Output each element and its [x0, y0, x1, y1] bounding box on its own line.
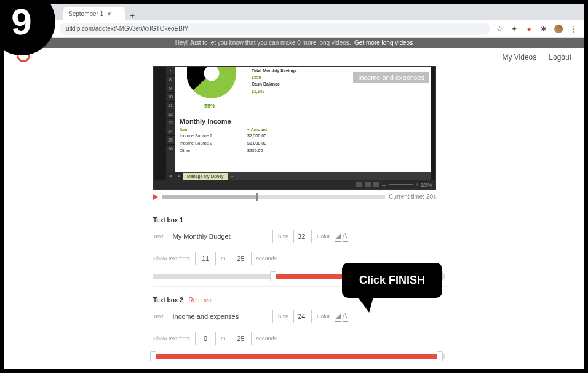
record-icon[interactable]: ● — [525, 25, 533, 33]
instruction-callout: Click FINISH — [342, 263, 442, 298]
address-bar: utklip.com/addtext/-MGv3etWxIGTOkeoEBfY … — [4, 20, 584, 38]
sheet-tab: Manage My Money — [183, 173, 228, 180]
size-input[interactable] — [293, 230, 312, 243]
to-label: to — [221, 335, 226, 342]
fill-color-icon: ◢ — [335, 231, 341, 242]
logout-link[interactable]: Logout — [549, 53, 571, 62]
to-input[interactable] — [231, 252, 252, 265]
text-label: Text — [153, 233, 164, 239]
video-controls: — + 125% — [154, 180, 435, 189]
new-tab-button[interactable]: + — [125, 10, 140, 20]
tab-title: September 1 — [68, 10, 103, 17]
extension-icon[interactable]: ✦ — [510, 25, 518, 33]
to-input[interactable] — [231, 332, 252, 345]
my-videos-link[interactable]: My Videos — [502, 53, 536, 62]
spreadsheet-row-numbers: 7 8 9 10 11 12 13 14 15 16 — [166, 67, 175, 172]
size-input[interactable] — [293, 310, 312, 323]
pie-chart — [187, 66, 236, 98]
table-row: Income Source 1$2,500.00 — [180, 132, 426, 140]
add-textbox-link[interactable]: + Add text box — [153, 366, 448, 369]
timeline-handle[interactable] — [256, 193, 258, 201]
star-icon[interactable]: ☆ — [495, 25, 504, 33]
fill-color-icon: ◢ — [335, 311, 341, 322]
text-label: Text — [153, 313, 164, 319]
table-row: Income Source 2$1,000.00 — [180, 140, 426, 147]
to-label: to — [221, 255, 226, 262]
timeline-track[interactable] — [162, 195, 385, 199]
color-label: Color — [317, 313, 330, 319]
size-label: Size — [278, 233, 289, 239]
puzzle-icon[interactable]: ✱ — [539, 25, 548, 33]
avatar[interactable] — [554, 25, 563, 33]
remove-link[interactable]: Remove — [189, 297, 212, 303]
show-from-label: Show text from — [153, 255, 190, 262]
table-header: Item ▾ Amount — [180, 127, 426, 132]
from-input[interactable] — [195, 332, 216, 345]
textbox-section-2: Text box 2 Remove Text Size Color ◢A Sho… — [153, 294, 448, 369]
text-color-icon: A — [343, 231, 348, 242]
seconds-label: seconds. — [256, 335, 279, 342]
current-time: Current time: 20s — [389, 193, 436, 200]
color-label: Color — [317, 233, 330, 239]
textbox-title: Text box 1 — [153, 217, 448, 223]
seconds-label: seconds. — [256, 255, 279, 262]
app-header: My Videos Logout — [4, 48, 584, 66]
close-icon[interactable]: × — [107, 10, 111, 17]
browser-tab[interactable]: September 1 × — [63, 7, 125, 20]
show-from-label: Show text from — [153, 335, 190, 342]
size-label: Size — [278, 313, 289, 319]
from-input[interactable] — [195, 252, 216, 265]
watermark: outklip — [378, 153, 417, 164]
text-input[interactable] — [169, 310, 273, 323]
pie-label: 55% — [204, 103, 215, 109]
timeline[interactable]: Current time: 20s — [153, 190, 436, 204]
notification-banner: Hey! Just to let you know that you can m… — [4, 38, 584, 48]
video-text-overlay: Income and expenses — [353, 72, 429, 83]
range-handle-start[interactable] — [150, 351, 156, 361]
menu-icon[interactable]: ⋮ — [569, 25, 578, 33]
income-heading: Monthly Income — [180, 118, 426, 125]
browser-tabs: September 1 × + — [4, 4, 584, 20]
plus-icon: + — [153, 366, 158, 369]
url-input[interactable]: utklip.com/addtext/-MGv3etWxIGTOkeoEBfY — [60, 23, 490, 35]
range-handle-end[interactable] — [437, 351, 443, 361]
color-picker[interactable]: ◢A — [335, 311, 348, 322]
play-icon[interactable] — [153, 194, 158, 200]
range-slider[interactable] — [153, 354, 445, 359]
video-preview: 7 8 9 10 11 12 13 14 15 16 — [153, 66, 436, 190]
range-handle-start[interactable] — [270, 271, 276, 281]
text-input[interactable] — [169, 230, 273, 243]
text-color-icon: A — [343, 311, 348, 322]
summary-panel: Total Monthly Savings $550 Cash Balance … — [252, 67, 297, 95]
spreadsheet-tabs: ◄ ► Manage My Money + — [166, 172, 431, 180]
banner-link[interactable]: Get more long videos — [354, 39, 413, 46]
color-picker[interactable]: ◢A — [335, 231, 348, 242]
